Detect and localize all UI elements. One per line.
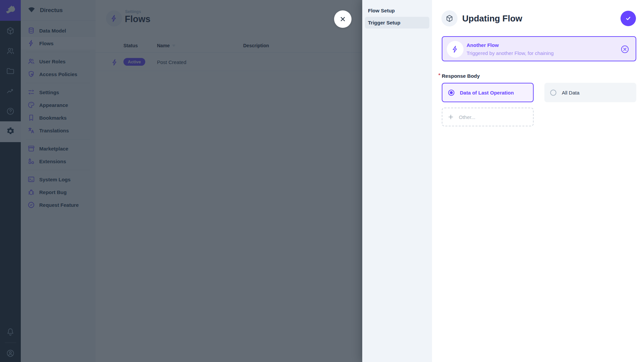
drawer-nav-item-trigger-setup[interactable]: Trigger Setup: [365, 17, 429, 28]
drawer-title: Updating Flow: [462, 13, 522, 24]
save-button[interactable]: [621, 11, 636, 26]
box-cube-icon: [441, 10, 458, 26]
radio-unselected-icon: [549, 89, 557, 97]
trigger-setup-panel: Updating Flow Another Flow Triggered by …: [432, 0, 644, 362]
directus-app: Directus Data Model Flows User Roles Acc…: [0, 0, 644, 362]
other-option-label: Other...: [459, 114, 475, 120]
response-body-label: * Response Body: [442, 73, 480, 79]
radio-option-label: Data of Last Operation: [460, 90, 514, 96]
drawer-nav: Flow Setup Trigger Setup: [362, 0, 432, 362]
other-option-button[interactable]: Other...: [442, 108, 534, 126]
trigger-card-subtitle: Triggered by another Flow, for chaining: [467, 50, 554, 56]
radio-selected-icon: [447, 89, 455, 97]
selected-trigger-card[interactable]: Another Flow Triggered by another Flow, …: [442, 36, 636, 61]
trigger-card-title: Another Flow: [467, 42, 499, 48]
drawer-backdrop-overlay[interactable]: [0, 0, 362, 362]
required-asterisk: *: [438, 72, 440, 78]
plus-icon: [447, 114, 454, 120]
radio-option-label: All Data: [562, 90, 580, 96]
flow-edit-drawer: Flow Setup Trigger Setup Updating Flow A…: [362, 0, 644, 362]
check-icon: [625, 15, 632, 22]
deselect-trigger-button[interactable]: [620, 45, 630, 54]
circled-x-icon: [620, 45, 630, 54]
close-x-icon: [339, 15, 347, 23]
radio-option-data-of-last-operation[interactable]: Data of Last Operation: [442, 83, 534, 102]
radio-option-all-data[interactable]: All Data: [544, 83, 636, 102]
drawer-nav-item-flow-setup[interactable]: Flow Setup: [365, 5, 429, 16]
close-drawer-button[interactable]: [334, 10, 352, 28]
bolt-icon: [447, 41, 464, 58]
